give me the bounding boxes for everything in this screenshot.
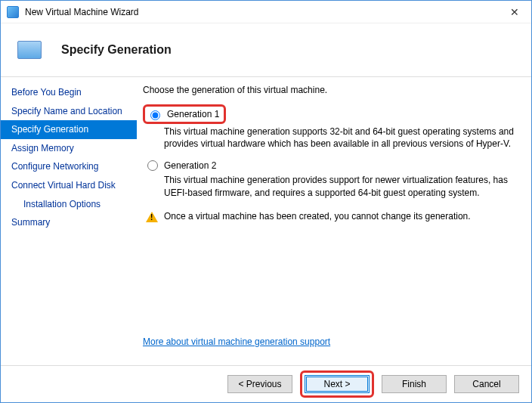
step-installation-options[interactable]: Installation Options bbox=[1, 195, 137, 214]
step-specify-name-location[interactable]: Specify Name and Location bbox=[1, 102, 137, 121]
titlebar: New Virtual Machine Wizard ✕ bbox=[1, 1, 531, 23]
generation-1-desc: This virtual machine generation supports… bbox=[164, 126, 518, 150]
radio-generation-2[interactable] bbox=[147, 160, 158, 171]
step-summary[interactable]: Summary bbox=[1, 213, 137, 232]
step-assign-memory[interactable]: Assign Memory bbox=[1, 139, 137, 158]
cancel-button[interactable]: Cancel bbox=[454, 375, 519, 393]
radio-generation-1-label: Generation 1 bbox=[167, 109, 219, 119]
step-configure-networking[interactable]: Configure Networking bbox=[1, 157, 137, 176]
warning-text: Once a virtual machine has been created,… bbox=[164, 211, 471, 222]
page-title: Specify Generation bbox=[61, 43, 172, 57]
radio-generation-1[interactable] bbox=[150, 110, 160, 120]
next-button[interactable]: Next > bbox=[305, 375, 370, 393]
finish-button[interactable]: Finish bbox=[382, 375, 447, 393]
highlight-next: Next > bbox=[300, 370, 374, 398]
warning-row: Once a virtual machine has been created,… bbox=[146, 211, 518, 222]
close-button[interactable]: ✕ bbox=[497, 1, 531, 23]
generation-2-block: Generation 2 This virtual machine genera… bbox=[143, 159, 518, 198]
prompt-text: Choose the generation of this virtual ma… bbox=[143, 85, 518, 95]
wizard-header-icon bbox=[17, 41, 42, 59]
wizard-header: Specify Generation bbox=[1, 23, 531, 76]
help-link-row: More about virtual machine generation su… bbox=[143, 330, 518, 358]
radio-generation-2-label: Generation 2 bbox=[164, 160, 216, 171]
wizard-content: Choose the generation of this virtual ma… bbox=[137, 77, 531, 365]
wizard-footer: < Previous Next > Finish Cancel bbox=[1, 366, 531, 402]
warning-icon bbox=[146, 212, 158, 222]
window-title: New Virtual Machine Wizard bbox=[25, 7, 497, 17]
highlight-gen1: Generation 1 bbox=[143, 104, 226, 124]
generation-1-block: Generation 1 This virtual machine genera… bbox=[143, 104, 518, 150]
step-connect-vhd[interactable]: Connect Virtual Hard Disk bbox=[1, 176, 137, 195]
step-specify-generation[interactable]: Specify Generation bbox=[1, 120, 137, 139]
generation-2-desc: This virtual machine generation provides… bbox=[164, 174, 518, 198]
previous-button[interactable]: < Previous bbox=[227, 375, 292, 393]
wizard-window: New Virtual Machine Wizard ✕ Specify Gen… bbox=[0, 0, 532, 403]
step-before-you-begin[interactable]: Before You Begin bbox=[1, 83, 137, 102]
help-link[interactable]: More about virtual machine generation su… bbox=[143, 336, 330, 347]
app-icon bbox=[7, 6, 19, 18]
wizard-body: Before You Begin Specify Name and Locati… bbox=[1, 77, 531, 366]
wizard-steps-sidebar: Before You Begin Specify Name and Locati… bbox=[1, 77, 137, 365]
